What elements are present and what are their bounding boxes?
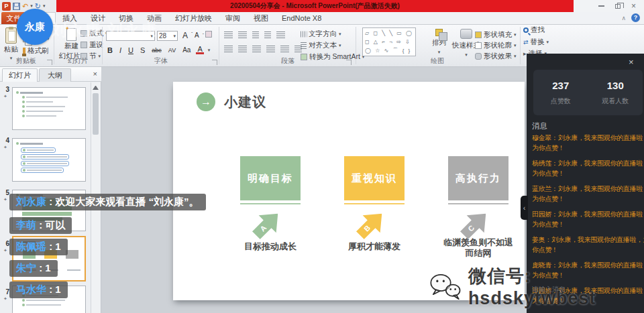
slide-number: 3 — [1, 86, 9, 93]
undo-dropdown-icon[interactable]: ▾ — [30, 3, 33, 9]
tab-slideshow[interactable]: 幻灯片放映 — [168, 12, 219, 24]
clear-formatting-button[interactable] — [205, 31, 212, 38]
collapse-panel-icon[interactable]: ‹ — [521, 196, 528, 220]
format-painter-icon — [23, 48, 25, 55]
tab-outline-pane[interactable]: 大纲 — [39, 68, 71, 82]
viewers-label: 观看人数 — [602, 97, 629, 106]
find-icon — [523, 27, 529, 33]
slide-number: 5 — [1, 189, 9, 196]
justify-icon[interactable] — [266, 46, 275, 52]
bold-button[interactable]: B — [106, 46, 114, 54]
increase-indent-icon[interactable] — [264, 32, 271, 38]
tab-endnote[interactable]: EndNote X8 — [275, 12, 328, 24]
text-direction-button[interactable]: 文字方向▾ — [301, 29, 341, 39]
suggestion-box-3[interactable]: 高执行力 — [448, 156, 508, 200]
undo-icon[interactable]: ↶ — [22, 3, 28, 10]
slide-thumbnail-4[interactable] — [12, 138, 86, 182]
italic-button[interactable]: I — [118, 46, 123, 54]
window-title-band: 20200504分享会 - Microsoft PowerPoint(产品激活失… — [56, 0, 574, 12]
reset-button[interactable]: 重设 — [80, 40, 103, 50]
suggestion-box-2[interactable]: 重视知识 — [344, 156, 405, 200]
animation-star-icon: ✦ — [3, 145, 7, 150]
align-center-icon[interactable] — [238, 46, 247, 52]
tab-slides-pane[interactable]: 幻灯片 — [2, 68, 38, 82]
font-group-label: 字体 — [103, 56, 219, 66]
font-color-button[interactable]: A — [196, 46, 203, 54]
window-controls: × — [574, 0, 644, 12]
close-panel-icon[interactable]: × — [629, 57, 634, 67]
box-underline — [448, 203, 508, 204]
presenter-avatar[interactable]: 永康 — [17, 9, 53, 45]
arrow-up-right-icon: B — [349, 202, 392, 246]
slide-panel-header: 幻灯片 大纲 × — [0, 67, 101, 82]
save-icon[interactable] — [13, 3, 20, 10]
bullets-icon[interactable] — [224, 32, 233, 38]
decrease-indent-icon[interactable] — [252, 32, 259, 38]
numbering-icon[interactable] — [238, 32, 247, 38]
align-text-button[interactable]: 对齐文本▾ — [301, 41, 341, 50]
chat-overlay-message: 陈佩瑶 : 1 — [9, 239, 68, 255]
quick-styles-icon — [460, 29, 472, 39]
presenter-watermark: 刘永康 刘永康 — [51, 20, 157, 41]
slide-thumbnail-3[interactable] — [12, 87, 86, 130]
reset-icon — [80, 42, 87, 48]
font-dialog-launcher-icon[interactable] — [212, 60, 217, 65]
clipboard-dialog-launcher-icon[interactable] — [47, 60, 52, 65]
align-left-icon[interactable] — [224, 46, 233, 52]
app-window: P ↶▾ ↻ ▾ 20200504分享会 - Microsoft PowerPo… — [0, 0, 644, 313]
shapes-row: ◯ ☆ ∿ ⌒ { } — [365, 46, 413, 55]
grow-font-button[interactable]: Aˆ — [181, 31, 193, 40]
likes-label: 点赞数 — [551, 97, 571, 106]
replace-button[interactable]: ⇄ 替换▾ — [523, 38, 549, 47]
suggestion-box-1[interactable]: 明确目标 — [240, 156, 301, 200]
arrow-circle-icon: → — [197, 92, 215, 111]
align-right-icon[interactable] — [252, 46, 261, 52]
tab-view[interactable]: 视图 — [247, 12, 275, 24]
live-message: 蓝欣兰：刘永康，我来围观你的直播啦，为你点赞！ — [532, 184, 644, 204]
wechat-watermark: 微信号: hsdskytwbest — [428, 264, 644, 309]
font-size-combo[interactable]: 28▾ — [157, 31, 178, 41]
scroll-up-icon[interactable] — [93, 84, 99, 90]
stats-card: 237 点赞数 130 观看人数 — [533, 70, 643, 115]
chat-overlay-message: 李萌 : 可以 — [9, 217, 72, 234]
window-title: 20200504分享会 - Microsoft PowerPoint(产品激活失… — [230, 1, 400, 11]
help-icon[interactable]: ? — [631, 13, 640, 22]
powerpoint-app-icon: P — [2, 2, 11, 11]
paragraph-dialog-launcher-icon[interactable] — [346, 60, 352, 65]
viewers-stat: 130 观看人数 — [588, 70, 643, 115]
minimize-icon[interactable] — [598, 5, 604, 7]
change-case-button[interactable]: Aa — [181, 46, 192, 54]
underline-button[interactable]: U — [127, 46, 135, 54]
clear-formatting-icon — [205, 31, 212, 38]
tab-review[interactable]: 审阅 — [219, 12, 247, 24]
text-shadow-button[interactable]: S — [139, 46, 146, 54]
animation-star-icon: ✦ — [3, 94, 7, 99]
messages-header: 消息 — [532, 121, 547, 131]
box-underline — [240, 203, 301, 204]
replace-icon: ⇄ — [523, 39, 529, 46]
shapes-row: ◻ △ ⌐ ¬ ⇨ ⇩ — [365, 38, 413, 46]
character-spacing-button[interactable]: AV — [167, 47, 177, 54]
shape-fill-button[interactable]: 形状填充▾ — [475, 30, 517, 40]
shapes-gallery[interactable]: ▱ ◻ ╲ ╲ ▭ ◯ ◻ △ ⌐ ¬ ⇨ ⇩ ◯ ☆ ∿ ⌒ { } — [362, 27, 416, 56]
format-painter-button[interactable]: 格式刷 — [23, 46, 49, 56]
caption-1: 目标推动成长 — [233, 241, 307, 252]
strikethrough-button[interactable]: abc — [150, 47, 163, 54]
shape-outline-button[interactable]: 形状轮廓▾ — [475, 41, 517, 50]
arrange-button[interactable]: 排列▾ — [432, 29, 446, 55]
customize-qat-icon[interactable]: ▾ — [43, 3, 46, 9]
slide-thumbnail-preview — [13, 142, 85, 173]
close-window-icon[interactable]: × — [631, 2, 636, 10]
line-spacing-icon[interactable] — [276, 32, 285, 38]
find-button[interactable]: 查找 — [523, 25, 545, 35]
slide-title-block: → 小建议 — [197, 92, 266, 111]
title-bar: P ↶▾ ↻ ▾ 20200504分享会 - Microsoft PowerPo… — [0, 0, 644, 12]
chat-overlay-message: 马水华 : 1 — [9, 281, 68, 298]
distributed-icon[interactable] — [280, 46, 289, 52]
live-message: 穆金翠：刘永康，我来围观你的直播啦，为你点赞！ — [532, 133, 644, 153]
shrink-font-button[interactable]: Aˇ — [193, 32, 204, 39]
close-pane-icon[interactable]: × — [93, 70, 97, 78]
restore-icon[interactable] — [615, 4, 621, 9]
scrollbar-thumb[interactable] — [93, 93, 99, 135]
collapse-ribbon-icon[interactable]: ∧ — [621, 15, 626, 21]
